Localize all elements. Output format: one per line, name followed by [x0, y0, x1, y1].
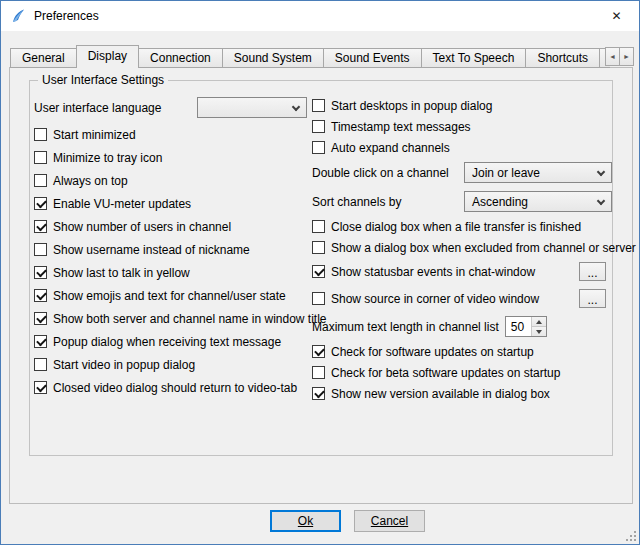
max-text-length-spinbox[interactable]: 50 [505, 316, 547, 337]
tab-sound-events[interactable]: Sound Events [323, 48, 422, 68]
checkbox-box [312, 345, 325, 358]
left-column: User interface language Start minimized … [34, 97, 307, 394]
checkbox-label: Show statusbar events in chat-window [331, 265, 535, 279]
checkbox-box [312, 120, 325, 133]
checkbox-new-version-dialog[interactable]: Show new version available in dialog box [312, 387, 612, 400]
checkbox-box [34, 243, 47, 256]
tab-sound-system[interactable]: Sound System [222, 48, 324, 68]
checkbox-desktops-popup[interactable]: Start desktops in popup dialog [312, 99, 612, 112]
ok-button[interactable]: Ok [270, 510, 341, 532]
tab-scroll-right-button[interactable]: ► [619, 47, 634, 66]
checkbox-box [34, 151, 47, 164]
checkbox-label: Show source in corner of video window [331, 292, 539, 306]
arrow-down-icon [536, 330, 542, 337]
language-combobox[interactable] [197, 97, 307, 118]
checkbox-label: Show new version available in dialog box [331, 387, 550, 401]
checkbox-box [312, 141, 325, 154]
footer: Ok Cancel [270, 510, 425, 532]
video-source-browse-button[interactable]: ... [579, 289, 606, 308]
checkbox-show-user-count[interactable]: Show number of users in channel [34, 220, 307, 233]
app-icon [10, 8, 26, 24]
checkbox-label: Timestamp text messages [331, 120, 471, 134]
checkbox-label: Always on top [53, 174, 128, 188]
checkbox-label: Enable VU-meter updates [53, 197, 191, 211]
checkbox-label: Show username instead of nickname [53, 243, 250, 257]
preferences-dialog: Preferences ✕ General Display Connection… [0, 0, 640, 545]
checkbox-video-popup[interactable]: Start video in popup dialog [34, 358, 307, 371]
checkbox-box [34, 128, 47, 141]
tab-connection[interactable]: Connection [138, 48, 223, 68]
chevron-down-icon [292, 103, 300, 111]
ok-label: Ok [298, 514, 313, 528]
tab-label: Sound Events [335, 51, 410, 65]
checkbox-close-on-file-transfer[interactable]: Close dialog box when a file transfer is… [312, 220, 612, 233]
titlebar: Preferences ✕ [1, 1, 639, 31]
group-title: User Interface Settings [38, 73, 168, 87]
double-click-row: Double click on a channel Join or leave [312, 162, 612, 183]
checkbox-box [312, 387, 325, 400]
tab-label: Display [88, 49, 127, 63]
checkbox-always-on-top[interactable]: Always on top [34, 174, 307, 187]
checkbox-label: Auto expand channels [331, 141, 450, 155]
tab-general[interactable]: General [10, 48, 77, 68]
resize-grip[interactable] [625, 530, 637, 542]
checkbox-label: Show emojis and text for channel/user st… [53, 289, 286, 303]
checkbox-box [34, 335, 47, 348]
tab-display[interactable]: Display [76, 45, 139, 68]
checkbox-last-talk-yellow[interactable]: Show last to talk in yellow [34, 266, 307, 279]
sort-channels-combobox[interactable]: Ascending [464, 191, 612, 212]
checkbox-check-updates[interactable]: Check for software updates on startup [312, 345, 612, 358]
video-source-row: Show source in corner of video window ..… [312, 289, 612, 308]
language-label: User interface language [34, 101, 161, 115]
sort-channels-label: Sort channels by [312, 195, 401, 209]
close-button[interactable]: ✕ [594, 1, 639, 31]
checkbox-auto-expand-channels[interactable]: Auto expand channels [312, 141, 612, 154]
checkbox-label: Start minimized [53, 128, 136, 142]
chevron-down-icon [597, 168, 605, 176]
tab-label: General [22, 51, 65, 65]
checkbox-check-beta-updates[interactable]: Check for beta software updates on start… [312, 366, 612, 379]
checkbox-popup-text-message[interactable]: Popup dialog when receiving text message [34, 335, 307, 348]
checkbox-show-emojis[interactable]: Show emojis and text for channel/user st… [34, 289, 307, 302]
sort-channels-row: Sort channels by Ascending [312, 191, 612, 212]
checkbox-box [312, 220, 325, 233]
double-click-label: Double click on a channel [312, 166, 449, 180]
tab-text-to-speech[interactable]: Text To Speech [421, 48, 527, 68]
cancel-label: Cancel [371, 514, 408, 528]
checkbox-box [34, 289, 47, 302]
spinbox-buttons [531, 317, 546, 336]
checkbox-server-channel-title[interactable]: Show both server and channel name in win… [34, 312, 307, 325]
checkbox-timestamp-messages[interactable]: Timestamp text messages [312, 120, 612, 133]
arrow-up-icon [536, 317, 542, 324]
tab-label: Connection [150, 51, 211, 65]
spin-down-button[interactable] [532, 326, 546, 336]
tab-label: Sound System [234, 51, 312, 65]
tab-scroll-left-button[interactable]: ◄ [605, 47, 620, 66]
checkbox-box [312, 366, 325, 379]
checkbox-box [34, 381, 47, 394]
checkbox-video-return-tab[interactable]: Closed video dialog should return to vid… [34, 381, 307, 394]
checkbox-box[interactable] [312, 265, 325, 278]
spin-up-button[interactable] [532, 317, 546, 326]
checkbox-excluded-dialog[interactable]: Show a dialog box when excluded from cha… [312, 241, 612, 254]
checkbox-label: Show a dialog box when excluded from cha… [331, 241, 636, 255]
close-icon: ✕ [611, 9, 621, 23]
statusbar-events-browse-button[interactable]: ... [579, 262, 606, 281]
checkbox-box[interactable] [312, 292, 325, 305]
checkbox-label: Start desktops in popup dialog [331, 99, 492, 113]
checkbox-label: Show both server and channel name in win… [53, 312, 327, 326]
checkbox-start-minimized[interactable]: Start minimized [34, 128, 307, 141]
checkbox-show-username[interactable]: Show username instead of nickname [34, 243, 307, 256]
double-click-combobox[interactable]: Join or leave [464, 162, 612, 183]
checkbox-vu-meter-updates[interactable]: Enable VU-meter updates [34, 197, 307, 210]
combo-value: Ascending [472, 195, 528, 209]
checkbox-box [34, 197, 47, 210]
checkbox-box [312, 99, 325, 112]
checkbox-minimize-to-tray[interactable]: Minimize to tray icon [34, 151, 307, 164]
tab-shortcuts[interactable]: Shortcuts [525, 48, 600, 68]
ellipsis-label: ... [587, 297, 597, 303]
statusbar-events-row: Show statusbar events in chat-window ... [312, 262, 612, 281]
cancel-button[interactable]: Cancel [354, 510, 425, 532]
checkbox-box [34, 174, 47, 187]
tab-label: Shortcuts [537, 51, 588, 65]
